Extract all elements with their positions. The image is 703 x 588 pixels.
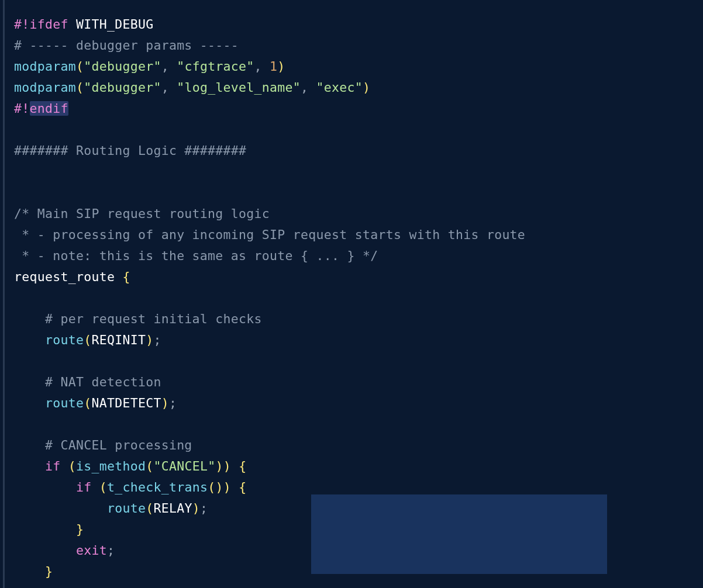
space bbox=[169, 59, 177, 74]
code-line: if (is_method("CANCEL")) { bbox=[14, 456, 703, 477]
code-line: modparam("debugger", "log_level_name", "… bbox=[14, 77, 703, 98]
comma: , bbox=[301, 80, 308, 95]
paren-open: ( bbox=[146, 501, 153, 516]
space bbox=[169, 80, 177, 95]
space bbox=[308, 80, 316, 95]
code-line-comment: ####### Routing Logic ######## bbox=[14, 140, 703, 161]
paren-close: ) bbox=[223, 459, 231, 473]
paren-open: ( bbox=[146, 459, 153, 473]
string-literal: "cfgtrace" bbox=[177, 59, 254, 74]
code-line: #!ifdef WITH_DEBUG bbox=[14, 14, 703, 35]
paren-close: ) bbox=[223, 480, 231, 494]
brace-close: } bbox=[45, 564, 53, 579]
space bbox=[231, 480, 239, 494]
string-literal: "exec" bbox=[316, 80, 363, 95]
brace-open: { bbox=[122, 269, 130, 284]
function-name: is_method bbox=[76, 459, 146, 473]
semicolon: ; bbox=[200, 501, 208, 516]
code-line-blank bbox=[14, 351, 703, 372]
semicolon: ; bbox=[153, 333, 161, 347]
code-line-comment: * - note: this is the same as route { ..… bbox=[14, 245, 703, 267]
function-name: route bbox=[107, 501, 146, 516]
function-name: modparam bbox=[14, 59, 76, 74]
preproc-marker: #! bbox=[14, 17, 30, 32]
code-line: #!endif bbox=[14, 98, 703, 119]
code-line: modparam("debugger", "cfgtrace", 1) bbox=[14, 56, 703, 77]
paren-open: ( bbox=[99, 480, 107, 494]
code-line-comment: /* Main SIP request routing logic bbox=[14, 203, 703, 224]
selection-highlight bbox=[311, 494, 607, 574]
comma: , bbox=[254, 59, 262, 74]
indent bbox=[14, 522, 76, 537]
brace-open: { bbox=[239, 459, 246, 473]
paren-close: ) bbox=[146, 333, 153, 347]
semicolon: ; bbox=[107, 543, 115, 558]
paren-open: ( bbox=[76, 80, 84, 95]
preproc-marker: #! bbox=[14, 101, 30, 116]
function-name: route bbox=[45, 333, 84, 347]
indent bbox=[14, 480, 76, 494]
code-editor[interactable]: #!ifdef WITH_DEBUG # ----- debugger para… bbox=[3, 0, 703, 588]
code-line-comment: * - processing of any incoming SIP reque… bbox=[14, 224, 703, 245]
indent bbox=[14, 564, 45, 579]
preproc-symbol: WITH_DEBUG bbox=[68, 17, 154, 32]
indent bbox=[14, 501, 107, 516]
paren-close: ) bbox=[363, 80, 370, 95]
paren-close: ) bbox=[215, 459, 223, 473]
indent bbox=[14, 543, 76, 558]
indent bbox=[14, 459, 45, 473]
code-line-blank bbox=[14, 414, 703, 435]
paren-close: ) bbox=[215, 480, 223, 494]
code-line-comment: # ----- debugger params ----- bbox=[14, 35, 703, 56]
space bbox=[91, 480, 99, 494]
semicolon: ; bbox=[169, 396, 177, 410]
paren-open: ( bbox=[208, 480, 215, 494]
function-name: route bbox=[45, 396, 84, 410]
code-line-blank bbox=[14, 161, 703, 182]
string-literal: "log_level_name" bbox=[177, 80, 301, 95]
space bbox=[60, 459, 68, 473]
function-name: t_check_trans bbox=[107, 480, 208, 494]
paren-open: ( bbox=[84, 396, 91, 410]
keyword-exit: exit bbox=[76, 543, 107, 558]
paren-open: ( bbox=[68, 459, 76, 473]
space bbox=[262, 59, 270, 74]
code-line-blank bbox=[14, 182, 703, 203]
paren-close: ) bbox=[192, 501, 200, 516]
keyword-if: if bbox=[76, 480, 92, 494]
paren-open: ( bbox=[76, 59, 84, 74]
code-line: request_route { bbox=[14, 267, 703, 288]
keyword-if: if bbox=[45, 459, 61, 473]
identifier: REQINIT bbox=[91, 333, 146, 347]
space bbox=[231, 459, 239, 473]
preproc-keyword: ifdef bbox=[30, 17, 68, 32]
code-line-comment: # per request initial checks bbox=[14, 309, 703, 330]
code-line-blank bbox=[14, 288, 703, 309]
comma: , bbox=[161, 80, 169, 95]
paren-close: ) bbox=[277, 59, 285, 74]
indent bbox=[14, 396, 45, 410]
brace-open: { bbox=[239, 480, 246, 494]
string-literal: "debugger" bbox=[84, 59, 161, 74]
number-literal: 1 bbox=[270, 59, 277, 74]
identifier: NATDETECT bbox=[91, 396, 161, 410]
brace-close: } bbox=[76, 522, 84, 537]
comma: , bbox=[161, 59, 169, 74]
string-literal: "CANCEL" bbox=[153, 459, 215, 473]
paren-close: ) bbox=[161, 396, 169, 410]
code-line: route(NATDETECT); bbox=[14, 393, 703, 414]
code-line: route(REQINIT); bbox=[14, 330, 703, 351]
function-name: modparam bbox=[14, 80, 76, 95]
code-line-comment: # CANCEL processing bbox=[14, 435, 703, 456]
paren-open: ( bbox=[84, 333, 91, 347]
code-line-comment: # NAT detection bbox=[14, 372, 703, 393]
string-literal: "debugger" bbox=[84, 80, 161, 95]
indent bbox=[14, 333, 45, 347]
code-line-blank bbox=[14, 119, 703, 140]
identifier: request_route bbox=[14, 269, 122, 284]
identifier: RELAY bbox=[153, 501, 192, 516]
preproc-keyword: endif bbox=[30, 101, 68, 116]
